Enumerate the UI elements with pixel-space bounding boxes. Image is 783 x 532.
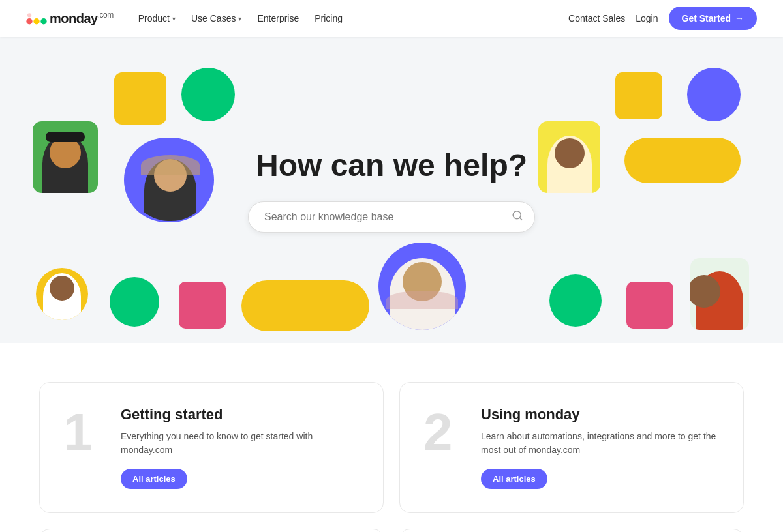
yellow-square-right-shape [615,72,662,119]
nav-enterprise[interactable]: Enterprise [251,9,305,27]
green-circle-bottom-left [110,277,159,327]
all-articles-button-1[interactable]: All articles [121,469,187,489]
yellow-square-shape [114,72,166,125]
logo-text: monday.com [50,10,114,26]
arrow-icon: → [735,13,744,23]
nav-product[interactable]: Product ▾ [132,9,182,27]
svg-point-0 [26,18,32,24]
green-circle-bottom-right [549,274,602,327]
green-circle-shape [181,68,235,121]
pink-square-bottom [179,282,226,329]
nav-pricing[interactable]: Pricing [308,9,349,27]
card-getting-started: 1 Getting started Everything you need to… [39,382,384,513]
contact-sales-link[interactable]: Contact Sales [568,13,625,23]
card-profile-admin: 3 Profile and Admin [39,529,384,532]
avatar-person4 [36,268,88,320]
search-bar-container [248,201,535,233]
svg-line-5 [519,217,521,219]
hero-section: How can we help? [0,37,783,343]
card-number-2: 2 [423,406,463,458]
avatar-person5 [378,243,466,330]
card-billing: 4 Billing [399,529,744,532]
navbar: monday.com Product ▾ Use Cases ▾ Enterpr… [0,0,783,37]
svg-point-3 [27,13,31,17]
cards-section: 1 Getting started Everything you need to… [0,343,783,532]
search-input[interactable] [248,201,535,233]
purple-circle-right-shape [687,68,741,121]
all-articles-button-2[interactable]: All articles [481,469,547,489]
card-desc-2: Learn about automations, integrations an… [481,430,720,457]
get-started-button[interactable]: Get Started → [669,7,757,30]
pink-square-bottom-right [626,282,673,329]
card-title-1: Getting started [121,406,360,423]
nav-right: Contact Sales Login Get Started → [568,7,757,30]
nav-left: monday.com Product ▾ Use Cases ▾ Enterpr… [26,9,349,27]
cards-grid: 1 Getting started Everything you need to… [39,382,744,532]
avatar-person6 [690,258,749,330]
card-title-2: Using monday [481,406,720,423]
logo[interactable]: monday.com [26,10,114,26]
hero-title: How can we help? [256,147,527,183]
avatar-person1 [33,121,98,193]
chevron-down-icon: ▾ [172,15,176,22]
yellow-pill-bottom [241,280,369,331]
logo-suffix: .com [98,10,114,20]
svg-point-1 [33,18,39,24]
avatar-person2 [128,138,213,221]
search-icon[interactable] [512,209,523,224]
login-link[interactable]: Login [636,13,658,23]
nav-links: Product ▾ Use Cases ▾ Enterprise Pricing [132,9,349,27]
yellow-pill-right-shape [624,138,741,183]
card-number-1: 1 [63,406,102,458]
svg-point-2 [40,18,46,24]
purple-pill-shape [124,138,214,222]
decorative-shapes [0,37,783,343]
nav-use-cases[interactable]: Use Cases ▾ [185,9,248,27]
card-desc-1: Everything you need to know to get start… [121,430,360,457]
chevron-down-icon: ▾ [238,15,241,22]
avatar-person3 [538,121,600,193]
card-using-monday: 2 Using monday Learn about automations, … [399,382,744,513]
card-content-2: Using monday Learn about automations, in… [481,406,720,489]
card-content-1: Getting started Everything you need to k… [121,406,360,489]
